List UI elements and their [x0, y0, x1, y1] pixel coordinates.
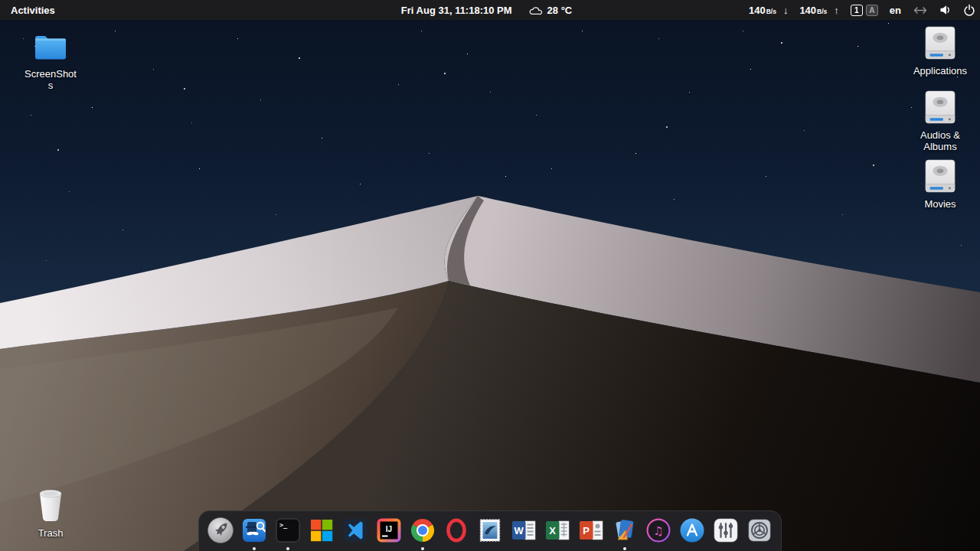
- dock-item-microsoft-office[interactable]: [307, 516, 336, 545]
- desktop-icon-label: Applications: [912, 65, 969, 77]
- desktop-icon-applications[interactable]: Applications: [902, 26, 978, 77]
- dock-item-opera[interactable]: [442, 516, 471, 545]
- app-store-icon: [678, 516, 707, 545]
- powerpoint-icon: P: [577, 516, 606, 545]
- cloud-icon: [529, 5, 543, 15]
- folder-icon: [32, 32, 69, 66]
- download-arrow-icon: ↓: [783, 5, 789, 16]
- volume-icon[interactable]: [939, 5, 952, 15]
- wallpaper-dune: [0, 0, 980, 551]
- svg-text:♫: ♫: [653, 524, 663, 538]
- running-indicator: [421, 547, 424, 550]
- settings-gear-icon: [745, 516, 774, 545]
- running-indicator: [253, 547, 256, 550]
- desktop-icon-audios-albums[interactable]: Audios & Albums: [902, 90, 978, 153]
- dock-item-launchpad[interactable]: [206, 516, 235, 545]
- opera-icon: [442, 516, 471, 545]
- keyboard-indicator-group[interactable]: 1 A: [851, 5, 878, 16]
- dock-item-design-tool[interactable]: [610, 516, 639, 545]
- mail-icon: [475, 516, 505, 545]
- music-icon: ♫: [644, 516, 673, 545]
- desktop-icon-label: Audios & Albums: [912, 129, 969, 153]
- excel-icon: X: [543, 516, 572, 545]
- dock-item-mail[interactable]: [475, 516, 505, 545]
- network-download-indicator: 140B/s ↓: [749, 5, 788, 16]
- network-upload-indicator: 140B/s ↑: [799, 5, 838, 16]
- dock-item-powerpoint[interactable]: P: [577, 516, 606, 545]
- clock[interactable]: Fri Aug 31, 11:18:10 PM: [401, 5, 512, 16]
- dock-item-app-store[interactable]: [678, 516, 707, 545]
- drive-icon: [924, 90, 956, 127]
- intellij-idea-icon: IJ: [374, 516, 403, 545]
- dock-item-excel[interactable]: X: [543, 516, 572, 545]
- upload-speed-value: 140: [799, 5, 816, 16]
- dock-item-chrome[interactable]: [408, 516, 437, 545]
- sliders-icon: [711, 516, 740, 545]
- desktop-icon-label: Trash: [38, 527, 64, 539]
- input-switch-icon[interactable]: [913, 6, 928, 15]
- power-icon[interactable]: [963, 4, 975, 16]
- trash-icon: [34, 487, 67, 525]
- dock-item-intellij-idea[interactable]: IJ: [374, 516, 403, 545]
- dock-item-terminal[interactable]: >_: [273, 516, 302, 545]
- temperature-label: 28 °C: [547, 5, 573, 16]
- weather-widget[interactable]: 28 °C: [529, 5, 573, 16]
- svg-text:>_: >_: [279, 521, 288, 529]
- desktop-icon-label: Movies: [912, 198, 969, 210]
- svg-text:IJ: IJ: [386, 525, 392, 533]
- running-indicator: [623, 547, 626, 550]
- drive-icon: [924, 26, 956, 63]
- design-tool-icon: [610, 516, 639, 545]
- word-icon: W: [509, 516, 538, 545]
- dock-item-tweaks[interactable]: [711, 516, 740, 545]
- download-speed-value: 140: [749, 5, 766, 16]
- dock-item-word[interactable]: W: [509, 516, 538, 545]
- vscode-icon: [341, 516, 370, 545]
- dock-item-vscode[interactable]: [341, 516, 370, 545]
- dock-item-alfred[interactable]: [240, 516, 269, 545]
- launchpad-icon: [206, 516, 235, 545]
- drive-icon: [924, 159, 956, 196]
- svg-text:P: P: [583, 525, 590, 536]
- desktop-icon-screenshots[interactable]: ScreenShots: [12, 32, 89, 92]
- dock-item-music[interactable]: ♫: [644, 516, 673, 545]
- terminal-icon: >_: [273, 516, 302, 545]
- desktop-icon-movies[interactable]: Movies: [902, 159, 978, 210]
- running-indicator: [286, 547, 289, 550]
- top-bar: Activities Fri Aug 31, 11:18:10 PM 28 °C…: [0, 0, 980, 20]
- activities-button[interactable]: Activities: [0, 0, 66, 20]
- dock-item-system-preferences[interactable]: [745, 516, 774, 545]
- download-speed-unit: B/s: [766, 8, 776, 15]
- svg-text:W: W: [514, 525, 524, 536]
- upload-arrow-icon: ↑: [834, 5, 839, 16]
- capslock-indicator: A: [866, 5, 878, 16]
- alfred-launcher-icon: [240, 516, 269, 545]
- numlock-indicator: 1: [851, 5, 863, 16]
- svg-text:X: X: [549, 525, 556, 536]
- microsoft-icon: [307, 516, 336, 545]
- chrome-icon: [408, 516, 437, 545]
- desktop-icon-trash[interactable]: Trash: [18, 487, 83, 539]
- language-indicator[interactable]: en: [890, 5, 901, 16]
- dock: >_ IJ: [198, 510, 782, 551]
- desktop-icon-label: ScreenShots: [24, 68, 77, 92]
- upload-speed-unit: B/s: [817, 8, 827, 15]
